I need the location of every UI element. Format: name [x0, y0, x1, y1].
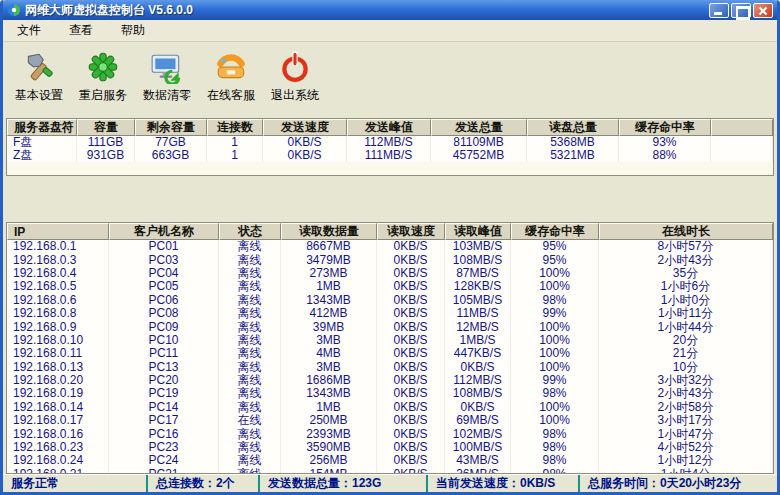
column-header[interactable]: 客户机名称	[109, 223, 219, 240]
server-table-header: 服务器盘符容量剩余容量连接数发送速度发送峰值发送总量读盘总量缓存命中率	[7, 119, 773, 136]
client-table-row[interactable]: 192.168.0.13PC13离线3MB0KB/S0KB/S100%10分	[7, 361, 773, 374]
restart-service-button[interactable]: 重启服务	[71, 48, 135, 104]
column-header[interactable]: 发送速度	[263, 119, 347, 136]
column-header[interactable]	[711, 119, 773, 136]
column-header[interactable]: 状态	[219, 223, 281, 240]
table-cell: 离线	[219, 401, 281, 414]
table-cell: 在线	[219, 414, 281, 427]
table-cell: 2小时58分	[599, 401, 773, 414]
column-header[interactable]: 剩余容量	[135, 119, 207, 136]
table-cell: 103MB/S	[445, 240, 511, 253]
table-cell: 0KB/S	[377, 347, 445, 360]
table-cell: 0KB/S	[377, 414, 445, 427]
client-table-row[interactable]: 192.168.0.19PC19离线1343MB0KB/S108MB/S98%2…	[7, 387, 773, 400]
table-cell: 98%	[511, 468, 599, 473]
client-table-row[interactable]: 192.168.0.24PC24离线256MB0KB/S43MB/S98%1小时…	[7, 454, 773, 467]
maximize-icon[interactable]	[731, 3, 751, 18]
table-cell: PC21	[109, 468, 219, 473]
column-header[interactable]: 连接数	[207, 119, 263, 136]
client-table-row[interactable]: 192.168.0.3PC03离线3479MB0KB/S108MB/S95%2小…	[7, 253, 773, 266]
close-icon[interactable]	[753, 3, 773, 18]
settings-tools-icon	[22, 50, 56, 84]
table-cell: 0KB/S	[377, 334, 445, 347]
data-reset-icon	[150, 50, 184, 84]
table-cell: 99%	[511, 374, 599, 387]
table-cell	[711, 149, 773, 162]
client-table-row[interactable]: 192.168.0.1PC01离线8667MB0KB/S103MB/S95%8小…	[7, 240, 773, 253]
table-cell: 192.168.0.14	[7, 401, 109, 414]
column-header[interactable]: 缓存命中率	[511, 223, 599, 240]
table-cell: 0KB/S	[377, 468, 445, 473]
column-header[interactable]: 容量	[77, 119, 135, 136]
minimize-icon[interactable]	[709, 3, 729, 18]
column-header[interactable]: IP	[7, 223, 109, 240]
column-header[interactable]: 读取数据量	[281, 223, 377, 240]
table-cell: 离线	[219, 240, 281, 253]
table-cell: 192.168.0.24	[7, 454, 109, 467]
menu-view[interactable]: 查看	[55, 19, 107, 42]
table-cell: 95%	[511, 240, 599, 253]
server-table-row[interactable]: Z盘931GB663GB10KB/S111MB/S45752MB5321MB88…	[7, 149, 773, 162]
client-table-row[interactable]: 192.168.0.4PC04离线273MB0KB/S87MB/S100%35分	[7, 267, 773, 280]
table-cell: 192.168.0.5	[7, 280, 109, 293]
table-cell: 102MB/S	[445, 427, 511, 440]
client-table-row[interactable]: 192.168.0.6PC06离线1343MB0KB/S105MB/S98%1小…	[7, 294, 773, 307]
table-cell: 112MB/S	[445, 374, 511, 387]
menu-file[interactable]: 文件	[3, 19, 55, 42]
table-cell: 离线	[219, 347, 281, 360]
table-cell: 192.168.0.23	[7, 441, 109, 454]
table-cell: 离线	[219, 253, 281, 266]
column-header[interactable]: 读取峰值	[445, 223, 511, 240]
table-cell: 99%	[511, 307, 599, 320]
table-cell: 3479MB	[281, 253, 377, 266]
online-support-button[interactable]: 在线客服	[199, 48, 263, 104]
table-cell: 20分	[599, 334, 773, 347]
table-cell: 0KB/S	[377, 253, 445, 266]
table-cell: 100%	[511, 334, 599, 347]
online-support-label: 在线客服	[207, 87, 255, 104]
column-header[interactable]: 读盘总量	[527, 119, 619, 136]
table-cell	[711, 136, 773, 149]
table-cell: 108MB/S	[445, 253, 511, 266]
client-table-row[interactable]: 192.168.0.14PC14离线1MB0KB/S0KB/S100%2小时58…	[7, 401, 773, 414]
table-cell: PC08	[109, 307, 219, 320]
table-cell: 931GB	[77, 149, 135, 162]
table-cell: 1小时11分	[599, 307, 773, 320]
table-cell: 412MB	[281, 307, 377, 320]
online-support-icon	[214, 50, 248, 84]
column-header[interactable]: 缓存命中率	[619, 119, 711, 136]
table-cell: F盘	[7, 136, 77, 149]
menu-help[interactable]: 帮助	[107, 19, 159, 42]
column-header[interactable]: 发送总量	[431, 119, 527, 136]
client-table-row[interactable]: 192.168.0.9PC09离线39MB0KB/S12MB/S100%1小时4…	[7, 320, 773, 333]
client-table-row[interactable]: 192.168.0.16PC16离线2393MB0KB/S102MB/S98%1…	[7, 427, 773, 440]
exit-system-button[interactable]: 退出系统	[263, 48, 327, 104]
client-table: IP客户机名称状态读取数据量读取速度读取峰值缓存命中率在线时长 192.168.…	[6, 222, 774, 474]
column-header[interactable]: 发送峰值	[347, 119, 431, 136]
table-cell: 93%	[619, 136, 711, 149]
table-cell: 192.168.0.10	[7, 334, 109, 347]
column-header[interactable]: 在线时长	[599, 223, 773, 240]
client-table-row[interactable]: 192.168.0.5PC05离线1MB0KB/S128KB/S100%1小时6…	[7, 280, 773, 293]
table-cell: 1小时12分	[599, 454, 773, 467]
client-table-row[interactable]: 192.168.0.20PC20离线1686MB0KB/S112MB/S99%3…	[7, 374, 773, 387]
table-cell: 离线	[219, 387, 281, 400]
column-header[interactable]: 服务器盘符	[7, 119, 77, 136]
client-table-row[interactable]: 192.168.0.11PC11离线4MB0KB/S447KB/S100%21分	[7, 347, 773, 360]
window-controls	[707, 3, 773, 18]
client-table-row[interactable]: 192.168.0.23PC23离线3590MB0KB/S100MB/S98%4…	[7, 441, 773, 454]
client-table-row[interactable]: 192.168.0.17PC17在线250MB0KB/S69MB/S100%3小…	[7, 414, 773, 427]
server-table-row[interactable]: F盘111GB77GB10KB/S112MB/S81109MB5368MB93%	[7, 136, 773, 149]
client-table-row[interactable]: 192.168.0.21PC21离线154MB0KB/S36MB/S98%1小时…	[7, 468, 773, 473]
data-reset-button[interactable]: 数据清零	[135, 48, 199, 104]
client-table-row[interactable]: 192.168.0.10PC10离线3MB0KB/S1MB/S100%20分	[7, 334, 773, 347]
table-cell: 100%	[511, 280, 599, 293]
table-cell: 111MB/S	[347, 149, 431, 162]
table-cell: 1	[207, 136, 263, 149]
basic-settings-button[interactable]: 基本设置	[7, 48, 71, 104]
column-header[interactable]: 读取速度	[377, 223, 445, 240]
table-cell: 98%	[511, 387, 599, 400]
table-cell: 21分	[599, 347, 773, 360]
client-table-row[interactable]: 192.168.0.8PC08离线412MB0KB/S11MB/S99%1小时1…	[7, 307, 773, 320]
table-cell: 1343MB	[281, 294, 377, 307]
